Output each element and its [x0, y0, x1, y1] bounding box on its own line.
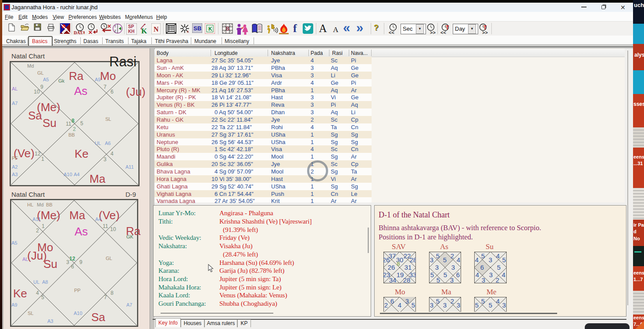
- svg-text:✕: ✕: [88, 29, 93, 35]
- svg-text:26: 26: [388, 264, 395, 271]
- svg-text:3: 3: [450, 276, 454, 283]
- svg-text:3: 3: [405, 297, 409, 305]
- svg-text:5: 5: [436, 276, 440, 283]
- svg-text:4: 4: [398, 301, 401, 309]
- svg-text:5: 5: [436, 252, 440, 260]
- svg-text:34: 34: [389, 276, 397, 283]
- svg-text:K: K: [208, 26, 212, 32]
- svg-text:KH: KH: [128, 29, 134, 34]
- svg-text:3: 3: [482, 276, 485, 283]
- svg-text:T: T: [114, 25, 116, 29]
- svg-text:K: K: [141, 27, 147, 34]
- svg-text:6: 6: [390, 297, 394, 305]
- svg-text:3: 3: [435, 264, 439, 271]
- svg-text:5: 5: [481, 297, 485, 305]
- svg-text:5: 5: [443, 256, 447, 264]
- svg-text:5: 5: [411, 301, 415, 309]
- svg-text:8: 8: [397, 260, 400, 267]
- svg-text:3: 3: [489, 271, 493, 278]
- svg-text:3: 3: [443, 301, 447, 309]
- svg-text:✕: ✕: [107, 23, 111, 29]
- svg-text:2: 2: [496, 276, 499, 283]
- svg-text:SP: SP: [128, 24, 134, 29]
- svg-text:5: 5: [444, 271, 447, 278]
- svg-text:3: 3: [502, 301, 506, 309]
- svg-text:SB: SB: [193, 25, 201, 32]
- svg-text:4: 4: [457, 256, 460, 264]
- svg-text:T: T: [446, 25, 449, 31]
- svg-text:28: 28: [410, 256, 416, 264]
- svg-text:<<: <<: [389, 30, 394, 35]
- svg-text:3: 3: [489, 256, 492, 264]
- svg-text:Z: Z: [114, 29, 116, 33]
- svg-text:5: 5: [430, 271, 434, 278]
- svg-text:2: 2: [451, 297, 454, 305]
- svg-text:5: 5: [489, 301, 492, 309]
- svg-text:4: 4: [475, 256, 479, 264]
- svg-text:31: 31: [404, 264, 412, 271]
- svg-text:>>: >>: [482, 30, 488, 35]
- svg-text:N: N: [154, 25, 159, 33]
- svg-text:28: 28: [403, 276, 411, 283]
- svg-text:3: 3: [451, 264, 455, 271]
- svg-text:3: 3: [430, 301, 433, 309]
- svg-text:DATA: DATA: [74, 30, 85, 35]
- svg-text:K: K: [187, 30, 190, 34]
- svg-text:4: 4: [496, 252, 500, 260]
- svg-text:2: 2: [384, 301, 388, 309]
- svg-text:5: 5: [481, 252, 485, 260]
- svg-text:4: 4: [476, 271, 479, 278]
- svg-text:6: 6: [456, 271, 460, 278]
- svg-text:5: 5: [436, 297, 440, 305]
- svg-text:3: 3: [430, 256, 433, 264]
- svg-text:4: 4: [496, 297, 500, 305]
- svg-text:<<: <<: [440, 30, 446, 35]
- svg-text:5: 5: [497, 264, 501, 271]
- svg-text:6: 6: [480, 264, 484, 271]
- svg-text:>>: >>: [430, 30, 436, 35]
- svg-text:5: 5: [502, 256, 506, 264]
- svg-text:26: 26: [383, 256, 390, 264]
- svg-text:2: 2: [451, 252, 454, 260]
- svg-text:3: 3: [457, 301, 460, 309]
- svg-text:5: 5: [475, 301, 479, 309]
- svg-text:4: 4: [502, 271, 505, 278]
